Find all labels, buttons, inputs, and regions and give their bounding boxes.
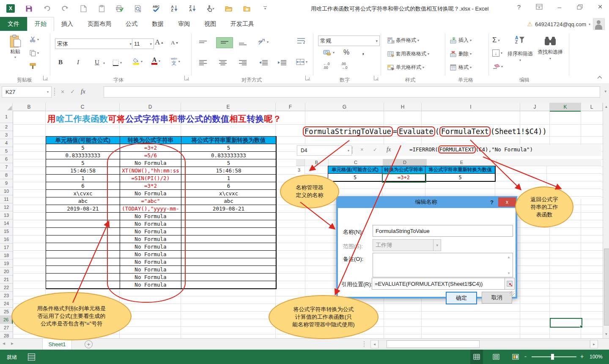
row-header[interactable]: 27 <box>0 324 13 332</box>
hscroll-left-icon[interactable]: ◂ <box>370 340 379 348</box>
ok-button[interactable]: 确定 <box>446 292 477 304</box>
copy-button[interactable]: ▾ <box>30 50 39 56</box>
cell-reconverted-value[interactable] <box>181 274 276 281</box>
select-all-corner[interactable] <box>0 103 13 111</box>
formula-input[interactable] <box>104 86 600 98</box>
tab-page-layout[interactable]: 页面布局 <box>80 17 118 31</box>
hscroll-right-icon[interactable]: ▸ <box>590 340 598 348</box>
refers-field-input[interactable]: =EVALUATE(FORMULATEXT(Sheet1!$C4)) <box>372 278 508 290</box>
zoom-out-button[interactable]: - <box>524 353 527 360</box>
cell-reconverted-value[interactable] <box>181 266 276 274</box>
help-button[interactable]: ? <box>513 2 524 12</box>
row-header[interactable]: 22 <box>0 284 13 292</box>
name-box-caret-icon[interactable]: ▾ <box>47 90 49 94</box>
cell-reconverted-value[interactable]: 5 <box>181 159 276 167</box>
avatar[interactable] <box>593 18 605 30</box>
row-header[interactable]: 20 <box>0 268 13 276</box>
format-as-table-button[interactable]: 套用表格格式▾ <box>387 50 429 57</box>
range-picker-button[interactable] <box>505 278 515 290</box>
row-header[interactable]: 23 <box>0 292 13 300</box>
ribbon-display-options-button[interactable] <box>534 2 545 12</box>
tab-insert[interactable]: 插入 <box>54 17 80 31</box>
cell-reconverted-value[interactable]: 15:46:58 <box>181 167 276 175</box>
row-header[interactable]: 16 <box>0 235 13 244</box>
paste-button[interactable]: 粘贴 ▾ <box>6 35 25 59</box>
formula-bar-expand-icon[interactable]: ▾ <box>604 89 606 93</box>
format-painter-button[interactable] <box>30 63 36 69</box>
tab-home[interactable]: 开始 <box>27 17 54 31</box>
hscroll-thumb[interactable] <box>387 340 480 348</box>
save-icon[interactable] <box>22 3 35 14</box>
hscroll-track[interactable] <box>379 340 590 348</box>
formula-bar-separator[interactable] <box>54 88 55 96</box>
sheet-tab-sheet1[interactable]: Sheet1 <box>42 339 72 350</box>
table-header-cell[interactable]: 将公式字符串重新转换为数值 <box>181 137 276 144</box>
dialog-resize-grip[interactable] <box>510 291 515 296</box>
percent-style-button[interactable]: % <box>343 49 349 56</box>
merge-center-button[interactable]: ▾ <box>296 59 307 65</box>
font-dialog-launcher[interactable] <box>184 76 189 80</box>
font-color-button[interactable]: A ▾ <box>151 57 160 65</box>
font-size-select[interactable]: 11▾ <box>132 38 154 49</box>
fill-handle[interactable] <box>580 325 583 328</box>
cell-reconverted-value[interactable] <box>181 251 276 258</box>
row-header[interactable]: 13 <box>0 211 13 219</box>
insert-function-icon[interactable]: fx <box>81 88 85 95</box>
align-bottom-button[interactable] <box>239 40 247 46</box>
dialog-title-bar[interactable]: 编辑名称 ? x <box>336 196 517 208</box>
row-header[interactable]: 1 <box>0 111 13 123</box>
shrink-font-button[interactable]: A▾ <box>171 39 178 46</box>
row-header[interactable]: 3 <box>0 131 13 139</box>
dialog-close-button[interactable]: x <box>498 197 516 207</box>
vscroll-thumb[interactable] <box>604 249 609 326</box>
active-cell-selection[interactable] <box>550 318 582 328</box>
sort-descending-icon[interactable]: ZA <box>186 3 199 14</box>
column-header-e[interactable]: E <box>181 103 276 111</box>
macro-record-icon[interactable] <box>28 353 35 361</box>
wrap-text-button[interactable] <box>297 38 305 44</box>
cell-reconverted-value[interactable]: 5 <box>181 144 276 152</box>
add-sheet-button[interactable]: + <box>85 340 93 348</box>
cell-reconverted-value[interactable]: abc <box>181 197 276 205</box>
number-format-select[interactable]: 常规▾ <box>318 36 380 46</box>
increase-indent-button[interactable] <box>277 60 287 66</box>
minimize-button[interactable]: – <box>554 2 565 12</box>
vscroll-up-icon[interactable]: ▲ <box>604 104 609 110</box>
cell-reconverted-value[interactable]: 0.833333333 <box>181 152 276 159</box>
find-select-button[interactable]: 查找和选择 ▾ <box>536 36 564 60</box>
row-header[interactable]: 2 <box>0 123 13 131</box>
cell-reconverted-value[interactable]: 1 <box>181 175 276 182</box>
column-header-i[interactable]: I <box>422 103 520 111</box>
excel-logo-icon[interactable]: X <box>4 3 17 14</box>
row-header[interactable]: 17 <box>0 244 13 252</box>
tab-view[interactable]: 视图 <box>197 17 223 31</box>
row-header[interactable]: 26 <box>0 316 13 324</box>
align-center-button[interactable] <box>219 60 227 66</box>
align-left-button[interactable] <box>199 60 207 66</box>
row-header[interactable]: 18 <box>0 252 13 260</box>
spelling-check-icon[interactable]: ABC <box>150 3 162 14</box>
touch-mode-icon[interactable]: ▾ <box>204 3 217 14</box>
orientation-button[interactable]: ab ▾ <box>258 38 269 45</box>
fill-color-button[interactable]: ▾ <box>133 58 143 65</box>
row-header[interactable]: 11 <box>0 195 13 203</box>
format-cells-button[interactable]: 格式▾ <box>450 64 472 71</box>
row-header[interactable]: 7 <box>0 163 13 171</box>
decrease-decimal-button[interactable]: .00→.0 <box>341 62 348 70</box>
number-dialog-launcher[interactable] <box>374 76 379 80</box>
column-header-g[interactable]: G <box>305 103 384 111</box>
zoom-slider[interactable] <box>532 356 576 357</box>
undo-icon[interactable] <box>41 3 53 14</box>
customize-qat-icon[interactable]: ▾ <box>259 3 272 14</box>
comma-style-button[interactable]: ， <box>359 47 367 57</box>
tab-file[interactable]: 文件 <box>0 17 27 31</box>
grow-font-button[interactable]: A▴ <box>155 38 163 47</box>
row-header[interactable]: 14 <box>0 219 13 227</box>
clipboard-icon[interactable] <box>95 3 108 14</box>
cell-reconverted-value[interactable] <box>181 220 276 228</box>
cell-reconverted-value[interactable]: x\cvxc <box>181 190 276 197</box>
page-layout-view-button[interactable] <box>490 350 502 364</box>
conditional-formatting-button[interactable]: = 条件格式▾ <box>387 37 419 44</box>
row-header[interactable]: 9 <box>0 179 13 187</box>
comment-field-textarea[interactable]: ▲ ▼ <box>373 253 513 277</box>
